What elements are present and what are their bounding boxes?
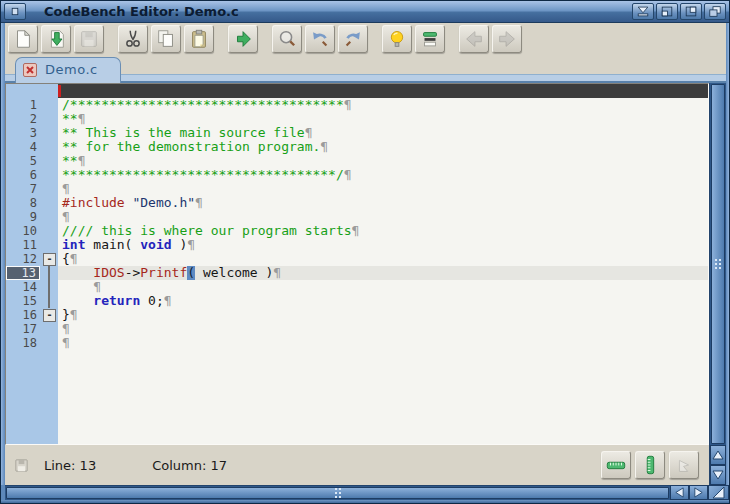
close-icon xyxy=(7,5,23,18)
code-line-6[interactable]: 6***********************************/¶ xyxy=(6,168,708,182)
token-comment: //// this is where our program starts xyxy=(62,224,352,238)
horizontal-scroll-track[interactable] xyxy=(5,485,670,500)
depth-gadget[interactable] xyxy=(704,3,726,20)
nav-forward-button[interactable] xyxy=(492,25,522,53)
vertical-scrollbar[interactable] xyxy=(709,83,726,485)
line-number: 5 xyxy=(6,154,40,168)
token-plain xyxy=(62,294,93,308)
code-line-7[interactable]: 7¶ xyxy=(6,182,708,196)
paste-icon xyxy=(188,28,210,50)
code-text: IDOS->Printf( welcome )¶ xyxy=(58,266,708,280)
window-title: CodeBench Editor: Demo.c xyxy=(30,4,628,19)
close-gadget[interactable] xyxy=(4,3,26,20)
paste-button[interactable] xyxy=(184,25,214,53)
token-plain xyxy=(62,266,93,280)
scroll-left-button[interactable] xyxy=(670,485,689,500)
code-line-12[interactable]: 12{¶ xyxy=(6,252,708,266)
goto-line-icon xyxy=(419,28,441,50)
line-number: 13 xyxy=(6,266,40,280)
copy-button[interactable] xyxy=(151,25,181,53)
token-comment: ***********************************/ xyxy=(62,168,344,182)
token-plain: -> xyxy=(125,266,141,280)
horizontal-scrollbar[interactable] xyxy=(1,485,729,500)
titlebar[interactable]: CodeBench Editor: Demo.c xyxy=(1,1,729,23)
code-line-4[interactable]: 4** for the demonstration program.¶ xyxy=(6,140,708,154)
shade-icon xyxy=(659,5,675,18)
code-text: int main( void )¶ xyxy=(58,238,708,252)
editor-pane[interactable]: ----+----1----+----2----+----3----+----4… xyxy=(5,83,709,445)
token-pilcrow: ¶ xyxy=(320,140,328,154)
code-line-2[interactable]: 2**¶ xyxy=(6,112,708,126)
tab-demo-c[interactable]: Demo.c xyxy=(15,57,121,83)
vertical-scroll-track[interactable] xyxy=(710,83,726,445)
resize-corner[interactable] xyxy=(708,485,729,500)
h-ruler-button[interactable] xyxy=(601,451,631,479)
line-number: 17 xyxy=(6,322,40,336)
v-ruler-button[interactable] xyxy=(635,451,665,479)
status-bar: Line: 13 Column: 17 xyxy=(5,445,709,485)
fold-gutter xyxy=(40,168,58,182)
code-text: //// this is where our program starts¶ xyxy=(58,224,708,238)
token-pilcrow: ¶ xyxy=(352,224,360,238)
goto-line-button[interactable] xyxy=(415,25,445,53)
fold-marker[interactable] xyxy=(40,252,58,266)
new-file-button[interactable] xyxy=(8,25,38,53)
token-pilcrow: ¶ xyxy=(187,238,195,252)
v-ruler-icon xyxy=(639,454,661,476)
token-comment: /*********************************** xyxy=(62,98,344,112)
line-number: 6 xyxy=(6,168,40,182)
toolbar xyxy=(5,23,726,55)
code-line-5[interactable]: 5**¶ xyxy=(6,154,708,168)
save-file-button[interactable] xyxy=(74,25,104,53)
token-pilcrow: ¶ xyxy=(62,182,70,196)
code-line-11[interactable]: 11int main( void )¶ xyxy=(6,238,708,252)
token-comment: ** xyxy=(62,154,78,168)
code-line-15[interactable]: 15 return 0;¶ xyxy=(6,294,708,308)
code-line-1[interactable]: 1/***********************************¶ xyxy=(6,98,708,112)
find-button[interactable] xyxy=(272,25,302,53)
find-next-button[interactable] xyxy=(338,25,368,53)
open-file-button[interactable] xyxy=(41,25,71,53)
code-line-14[interactable]: 14 ¶ xyxy=(6,280,708,294)
copy-icon xyxy=(155,28,177,50)
code-line-16[interactable]: 16}¶ xyxy=(6,308,708,322)
tip-button[interactable] xyxy=(382,25,412,53)
code-line-3[interactable]: 3** This is the main source file¶ xyxy=(6,126,708,140)
horizontal-scroll-thumb[interactable] xyxy=(6,487,669,499)
line-number: 2 xyxy=(6,112,40,126)
scroll-up-button[interactable] xyxy=(710,445,726,465)
cut-button[interactable] xyxy=(118,25,148,53)
code-text: ***********************************/¶ xyxy=(58,168,708,182)
fold-line xyxy=(40,280,58,294)
shade-gadget[interactable] xyxy=(656,3,678,20)
nav-forward-icon xyxy=(496,28,518,50)
code-line-10[interactable]: 10//// this is where our program starts¶ xyxy=(6,224,708,238)
code-line-17[interactable]: 17¶ xyxy=(6,322,708,336)
vertical-scroll-thumb[interactable] xyxy=(711,84,725,444)
token-pilcrow: ¶ xyxy=(273,266,281,280)
code-line-18[interactable]: 18¶ xyxy=(6,336,708,350)
fold-gutter xyxy=(40,112,58,126)
code-line-8[interactable]: 8#include "Demo.h"¶ xyxy=(6,196,708,210)
fold-gutter xyxy=(40,154,58,168)
flag-button[interactable] xyxy=(669,451,699,479)
h-ruler-icon xyxy=(605,454,627,476)
line-number: 18 xyxy=(6,336,40,350)
code-line-9[interactable]: 9¶ xyxy=(6,210,708,224)
zoom-gadget[interactable] xyxy=(680,3,702,20)
nav-back-button[interactable] xyxy=(459,25,489,53)
fold-marker[interactable] xyxy=(40,308,58,322)
fold-gutter xyxy=(40,126,58,140)
codebench-editor-window: CodeBench Editor: Demo.c Demo.c xyxy=(0,0,730,504)
insert-button[interactable] xyxy=(228,25,258,53)
code-line-13[interactable]: 13 IDOS->Printf( welcome )¶ xyxy=(6,266,708,280)
scroll-down-button[interactable] xyxy=(710,465,726,485)
scroll-right-button[interactable] xyxy=(689,485,708,500)
code-lines[interactable]: 1/***********************************¶2*… xyxy=(6,98,708,444)
code-text: ¶ xyxy=(58,280,708,294)
arrow-left-icon xyxy=(674,487,685,498)
iconify-gadget[interactable] xyxy=(632,3,654,20)
arrow-up-icon xyxy=(712,449,724,461)
find-prev-button[interactable] xyxy=(305,25,335,53)
tab-close-button[interactable] xyxy=(23,63,37,77)
